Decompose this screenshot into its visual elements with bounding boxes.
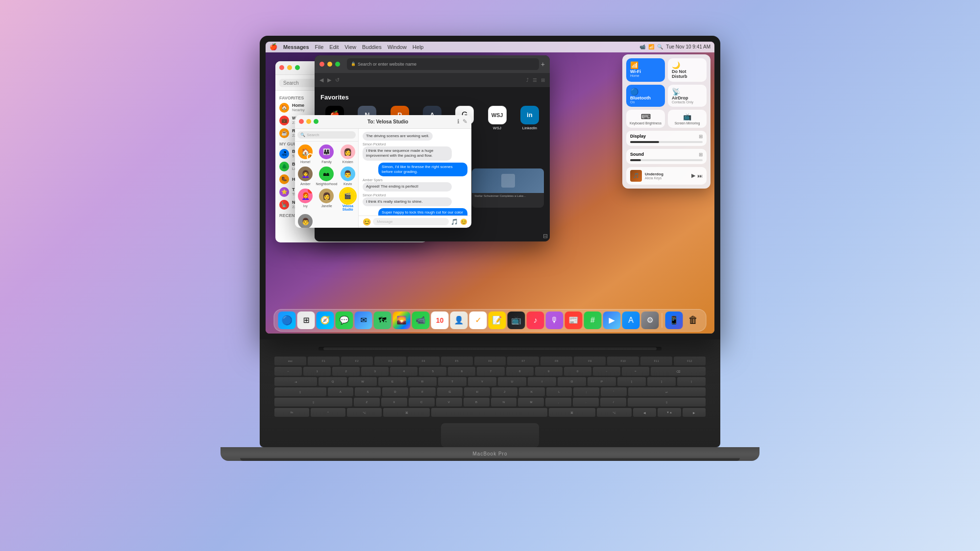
chat-msg-5: I think it's really starting to shine. <box>363 197 452 206</box>
browser-back-icon[interactable]: ◀ <box>319 77 323 83</box>
cc-keyboard-brightness-tile[interactable]: ⌨ Keyboard Brightness <box>626 110 665 128</box>
messages-window[interactable]: To: Velosa Studio ℹ ✎ 🔍 Search <box>295 115 471 228</box>
dock-screentime[interactable]: 📱 <box>665 311 683 329</box>
maps-close-button[interactable] <box>279 65 284 70</box>
music-next-icon[interactable]: ⏭ <box>697 173 703 179</box>
display-expand-icon[interactable]: ⊞ <box>699 134 703 139</box>
music-play-icon[interactable]: ▶ <box>691 172 695 179</box>
dock-trash[interactable]: 🗑 <box>685 311 702 329</box>
keyboard-icon: ⌨ <box>641 113 651 120</box>
chat-input[interactable]: Message <box>373 218 449 225</box>
search-icon[interactable]: 🔍 <box>657 44 663 49</box>
cc-bluetooth-tile[interactable]: 🔵 Bluetooth On <box>626 85 665 107</box>
dock-mail[interactable]: ✉ <box>355 311 372 329</box>
dock-contacts[interactable]: 👤 <box>450 311 468 329</box>
macbook-base: MacBook Pro <box>220 447 760 461</box>
dock-numbers[interactable]: # <box>584 311 602 329</box>
cc-dnd-tile[interactable]: 🌙 Do Not Disturb <box>668 58 707 82</box>
menu-help[interactable]: Help <box>413 44 424 50</box>
dock-finder[interactable]: 🔵 <box>278 311 296 329</box>
dock-keynote[interactable]: ▶ <box>603 311 621 329</box>
dock-news[interactable]: 📰 <box>565 311 583 329</box>
music-title: Underdog <box>645 172 688 176</box>
contact-kevin[interactable]: 👨 Kevin <box>340 167 355 186</box>
dock-calendar[interactable]: 10 <box>431 311 449 329</box>
dock-photos[interactable]: 🌄 <box>393 311 411 329</box>
trackpad[interactable] <box>441 423 539 447</box>
maps-minimize-button[interactable] <box>287 65 292 70</box>
contact-neighborhood[interactable]: 🏘 Neighborhood <box>316 167 338 186</box>
dock-messages[interactable]: 💬 <box>336 311 353 329</box>
menubar: 🍎 Messages File Edit View Buddies Window… <box>266 42 714 52</box>
dock-appletv[interactable]: 📺 <box>508 311 525 329</box>
chat-area: The driving scenes are working well. Sim… <box>359 129 471 228</box>
dock-maps[interactable]: 🗺 <box>374 311 392 329</box>
messages-info-icon[interactable]: ℹ <box>457 118 460 125</box>
dock-reminders[interactable]: ✓ <box>469 311 487 329</box>
contact-home[interactable]: 🏠 ! Home! <box>298 144 313 164</box>
cc-bluetooth-status: On <box>630 100 661 104</box>
dock-safari[interactable]: 🧭 <box>317 311 334 329</box>
messages-maximize[interactable] <box>314 119 318 124</box>
cc-now-playing: 🎵 Underdog Alicia Keys ▶ ⏭ <box>626 167 707 185</box>
messages-close[interactable] <box>299 119 304 124</box>
messages-minimize[interactable] <box>306 119 311 124</box>
chat-msg-2: I think the new sequence made a huge imp… <box>363 146 452 161</box>
cc-display-slider[interactable] <box>630 141 703 143</box>
browser-add-tab[interactable]: + <box>541 60 545 68</box>
cc-screen-mirror-tile[interactable]: 📺 Screen Mirroring <box>668 110 707 128</box>
contact-velosa-studio[interactable]: 🎬 Velosa Studio <box>340 189 355 211</box>
browser-maximize[interactable] <box>335 62 340 67</box>
menu-edit[interactable]: Edit <box>329 44 339 50</box>
contact-kristen[interactable]: 👩 Kristen <box>340 144 355 164</box>
cc-sound-slider[interactable] <box>630 159 703 161</box>
browser-sidebar-icon[interactable]: ☰ <box>533 77 537 83</box>
dock-preferences[interactable]: ⚙ <box>641 311 659 329</box>
messages-search-bar[interactable]: 🔍 Search <box>297 131 356 139</box>
facetime-icon: 📹 <box>639 44 645 49</box>
menu-window[interactable]: Window <box>388 44 407 50</box>
chat-sender-amber: Amber Spars <box>363 178 467 182</box>
contact-family[interactable]: 👨‍👩‍👧 Family <box>316 144 338 164</box>
contact-janelle[interactable]: 👩 Janelle <box>316 189 338 211</box>
chat-audio-icon[interactable]: 🎵 <box>451 218 458 225</box>
browser-newtab-icon[interactable]: ⊞ <box>541 77 545 83</box>
browser-address-bar[interactable]: 🔒 Search or enter website name <box>347 58 539 70</box>
dock-facetime[interactable]: 📹 <box>412 311 430 329</box>
dock-launchpad[interactable]: ⊞ <box>297 311 315 329</box>
contact-simon[interactable]: 👨 Simon <box>298 214 313 228</box>
dock-appstore[interactable]: A <box>622 311 640 329</box>
dock-notes[interactable]: 📝 <box>489 311 506 329</box>
menu-file[interactable]: File <box>315 44 324 50</box>
maps-maximize-button[interactable] <box>295 65 300 70</box>
messages-compose-icon[interactable]: ✎ <box>463 118 467 125</box>
macbook-screen-bezel: 🍎 Messages File Edit View Buddies Window… <box>260 36 720 339</box>
dock-music[interactable]: ♪ <box>527 311 544 329</box>
app-name[interactable]: Messages <box>283 44 309 50</box>
cc-wifi-tile[interactable]: 📶 Wi-Fi Home <box>626 58 665 82</box>
sound-expand-icon[interactable]: ⊞ <box>699 152 703 157</box>
menu-view[interactable]: View <box>344 44 356 50</box>
fav-wsj[interactable]: WSJ WSJ <box>483 106 511 130</box>
menu-buddies[interactable]: Buddies <box>362 44 382 50</box>
cc-airdrop-status: Contacts Only <box>672 100 703 104</box>
browser-minimize[interactable] <box>327 62 332 67</box>
browser-filter-icon[interactable]: ⊟ <box>543 233 548 240</box>
browser-reload-icon[interactable]: ↺ <box>335 77 340 83</box>
chat-send-icon[interactable]: 😊 <box>460 218 467 225</box>
browser-forward-icon[interactable]: ▶ <box>327 77 331 83</box>
cc-display-tile: Display ⊞ <box>626 131 707 146</box>
news-card-3[interactable]: Stellar Schwinimer Completes a Lake... <box>472 168 544 208</box>
browser-titlebar: 🔒 Search or enter website name + <box>315 55 550 73</box>
cc-sound-label: Sound <box>630 152 644 157</box>
browser-share-icon[interactable]: ⤴ <box>526 77 529 83</box>
browser-close[interactable] <box>319 62 324 67</box>
contact-amber[interactable]: 👩‍🦱 Amber <box>298 167 313 186</box>
contact-ivy[interactable]: 👩‍🦰 ♥ Ivy <box>298 189 313 211</box>
cc-airdrop-tile[interactable]: 📡 AirDrop Contacts Only <box>668 85 707 107</box>
dock-podcasts[interactable]: 🎙 <box>546 311 564 329</box>
apple-menu[interactable]: 🍎 <box>270 43 277 50</box>
fav-linkedin[interactable]: in LinkedIn <box>515 106 544 130</box>
chat-emoji-icon[interactable]: 😊 <box>363 218 371 226</box>
browser-address-icon: 🔒 <box>351 62 356 66</box>
